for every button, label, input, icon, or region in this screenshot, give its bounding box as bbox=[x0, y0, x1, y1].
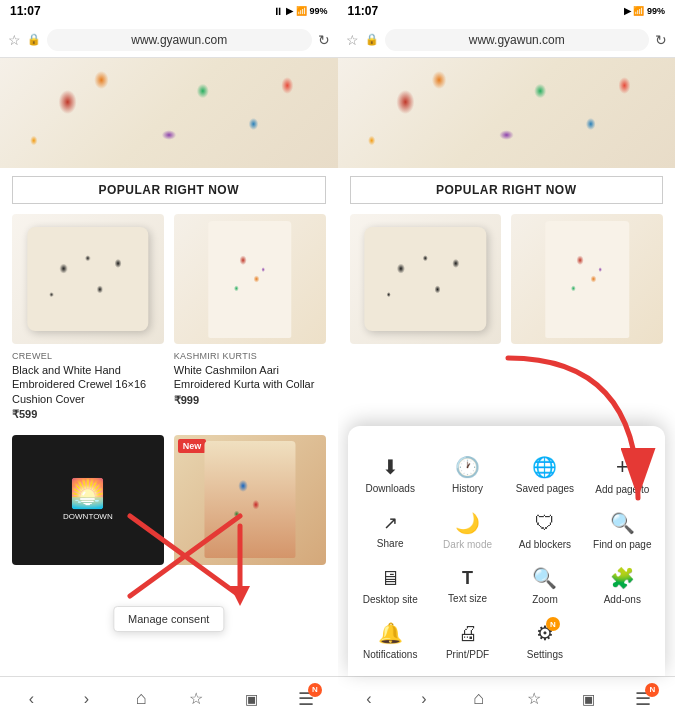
pause-icon: ⏸ bbox=[273, 6, 283, 17]
desktop-site-label: Desktop site bbox=[363, 594, 418, 605]
page-content-left: POPULAR RIGHT NOW CREWEL Black and White… bbox=[0, 58, 338, 676]
product-info-kurta: KASHMIRI KURTIS White Cashmilon Aari Emr… bbox=[174, 344, 326, 411]
dark-mode-icon: 🌙 bbox=[455, 511, 480, 535]
consent-bar[interactable]: Manage consent bbox=[113, 606, 224, 632]
browser-bar-left: ☆ 🔒 www.gyawun.com ↻ bbox=[0, 22, 338, 58]
product-image-kurta bbox=[174, 214, 326, 344]
products-grid-right bbox=[350, 214, 664, 344]
history-icon: 🕐 bbox=[455, 455, 480, 479]
product-badge-new: New bbox=[178, 439, 207, 453]
svg-marker-3 bbox=[230, 586, 250, 606]
history-label: History bbox=[452, 483, 483, 494]
product-card-kurta[interactable]: KASHMIRI KURTIS White Cashmilon Aari Emr… bbox=[174, 214, 326, 425]
status-icons-left: ⏸ ▶ 📶 99% bbox=[273, 6, 327, 17]
product-card-hoodie[interactable]: 🌅DOWNTOWN bbox=[12, 435, 164, 565]
text-size-icon: T bbox=[462, 568, 473, 589]
print-pdf-icon: 🖨 bbox=[458, 622, 478, 645]
ad-blockers-icon: 🛡 bbox=[535, 512, 555, 535]
text-size-label: Text size bbox=[448, 593, 487, 604]
menu-item-ad-blockers[interactable]: 🛡 Ad blockers bbox=[506, 503, 583, 558]
notifications-icon: 🔔 bbox=[378, 621, 403, 645]
menu-item-settings[interactable]: ⚙N Settings bbox=[506, 613, 583, 668]
menu-item-empty bbox=[584, 613, 661, 668]
menu-grid: ⬇ Downloads 🕐 History 🌐 Saved pages + Ad… bbox=[348, 438, 666, 676]
menu-item-notifications[interactable]: 🔔 Notifications bbox=[352, 613, 429, 668]
product-image-cushion bbox=[12, 214, 164, 344]
settings-badge: N bbox=[546, 617, 560, 631]
menu-item-desktop-site[interactable]: 🖥 Desktop site bbox=[352, 558, 429, 613]
home-icon-r: ⌂ bbox=[473, 688, 484, 709]
menu-item-find-on-page[interactable]: 🔍 Find on page bbox=[584, 503, 661, 558]
product-price-cushion: ₹599 bbox=[12, 408, 164, 421]
product-name-kurta: White Cashmilon Aari Emroidered Kurta wi… bbox=[174, 363, 326, 392]
nav-bookmark-button[interactable]: ☆ bbox=[178, 681, 214, 717]
right-phone-panel: 11:07 ▶ 📶 99% ☆ 🔒 www.gyawun.com ↻ POPUL… bbox=[338, 0, 676, 720]
nav-forward-button[interactable]: › bbox=[68, 681, 104, 717]
popular-section-left: POPULAR RIGHT NOW CREWEL Black and White… bbox=[0, 168, 338, 573]
star-icon-right: ☆ bbox=[346, 32, 359, 48]
url-bar-right[interactable]: www.gyawun.com bbox=[385, 29, 650, 51]
product-card-kurta2[interactable]: New bbox=[174, 435, 326, 565]
zoom-label: Zoom bbox=[532, 594, 558, 605]
product-name-cushion: Black and White Hand Embroidered Crewel … bbox=[12, 363, 164, 406]
nav-home-button-r[interactable]: ⌂ bbox=[461, 681, 497, 717]
products-grid-left: CREWEL Black and White Hand Embroidered … bbox=[12, 214, 326, 565]
star-icon-left: ☆ bbox=[8, 32, 21, 48]
menu-item-add-page[interactable]: + Add page to bbox=[584, 446, 661, 503]
dark-mode-label: Dark mode bbox=[443, 539, 492, 550]
menu-item-add-ons[interactable]: 🧩 Add-ons bbox=[584, 558, 661, 613]
add-ons-icon: 🧩 bbox=[610, 566, 635, 590]
nav-back-button-r[interactable]: ‹ bbox=[351, 681, 387, 717]
product-image-hoodie: 🌅DOWNTOWN bbox=[12, 435, 164, 565]
bookmark-icon: ☆ bbox=[189, 689, 203, 708]
bottom-nav-left: ‹ › ⌂ ☆ ▣ ☰ N bbox=[0, 676, 338, 720]
add-ons-label: Add-ons bbox=[604, 594, 641, 605]
menu-item-saved-pages[interactable]: 🌐 Saved pages bbox=[506, 446, 583, 503]
menu-badge: N bbox=[308, 683, 322, 697]
menu-item-print-pdf[interactable]: 🖨 Print/PDF bbox=[429, 613, 506, 668]
forward-icon: › bbox=[84, 690, 89, 708]
cushion-visual-r bbox=[365, 227, 486, 331]
home-icon: ⌂ bbox=[136, 688, 147, 709]
downloads-icon: ⬇ bbox=[382, 455, 399, 479]
refresh-icon-left[interactable]: ↻ bbox=[318, 32, 330, 48]
nav-back-button[interactable]: ‹ bbox=[13, 681, 49, 717]
status-bar-right: 11:07 ▶ 📶 99% bbox=[338, 0, 676, 22]
menu-item-downloads[interactable]: ⬇ Downloads bbox=[352, 446, 429, 503]
nav-forward-button-r[interactable]: › bbox=[406, 681, 442, 717]
url-bar-left[interactable]: www.gyawun.com bbox=[47, 29, 312, 51]
nav-tabs-button-r[interactable]: ▣ bbox=[571, 681, 607, 717]
nav-bookmark-button-r[interactable]: ☆ bbox=[516, 681, 552, 717]
back-icon: ‹ bbox=[29, 690, 34, 708]
settings-icon: ⚙N bbox=[536, 621, 554, 645]
refresh-icon-right[interactable]: ↻ bbox=[655, 32, 667, 48]
cushion-visual bbox=[27, 227, 148, 331]
nav-home-button[interactable]: ⌂ bbox=[123, 681, 159, 717]
product-category-cushion: CREWEL bbox=[12, 351, 164, 361]
print-pdf-label: Print/PDF bbox=[446, 649, 489, 660]
share-label: Share bbox=[377, 538, 404, 549]
status-time-right: 11:07 bbox=[348, 4, 379, 18]
lock-icon-left: 🔒 bbox=[27, 33, 41, 46]
hero-image-right bbox=[338, 58, 676, 168]
bottom-nav-right: ‹ › ⌂ ☆ ▣ ☰ N bbox=[338, 676, 676, 720]
nav-menu-button-r[interactable]: ☰ N bbox=[625, 681, 661, 717]
status-bar-left: 11:07 ⏸ ▶ 📶 99% bbox=[0, 0, 338, 22]
product-info-cushion: CREWEL Black and White Hand Embroidered … bbox=[12, 344, 164, 425]
menu-item-text-size[interactable]: T Text size bbox=[429, 558, 506, 613]
menu-item-zoom[interactable]: 🔍 Zoom bbox=[506, 558, 583, 613]
find-on-page-icon: 🔍 bbox=[610, 511, 635, 535]
signal-icons-right: ▶ 📶 99% bbox=[624, 6, 665, 16]
bookmark-icon-r: ☆ bbox=[527, 689, 541, 708]
add-page-icon: + bbox=[616, 454, 629, 480]
menu-item-share[interactable]: ↗ Share bbox=[352, 503, 429, 558]
product-card-cushion[interactable]: CREWEL Black and White Hand Embroidered … bbox=[12, 214, 164, 425]
status-time-left: 11:07 bbox=[10, 4, 41, 18]
menu-item-dark-mode[interactable]: 🌙 Dark mode bbox=[429, 503, 506, 558]
nav-tabs-button[interactable]: ▣ bbox=[233, 681, 269, 717]
find-on-page-label: Find on page bbox=[593, 539, 651, 550]
product-category-kurta: KASHMIRI KURTIS bbox=[174, 351, 326, 361]
product-card-kurta-r bbox=[511, 214, 663, 344]
menu-item-history[interactable]: 🕐 History bbox=[429, 446, 506, 503]
nav-menu-button[interactable]: ☰ N bbox=[288, 681, 324, 717]
